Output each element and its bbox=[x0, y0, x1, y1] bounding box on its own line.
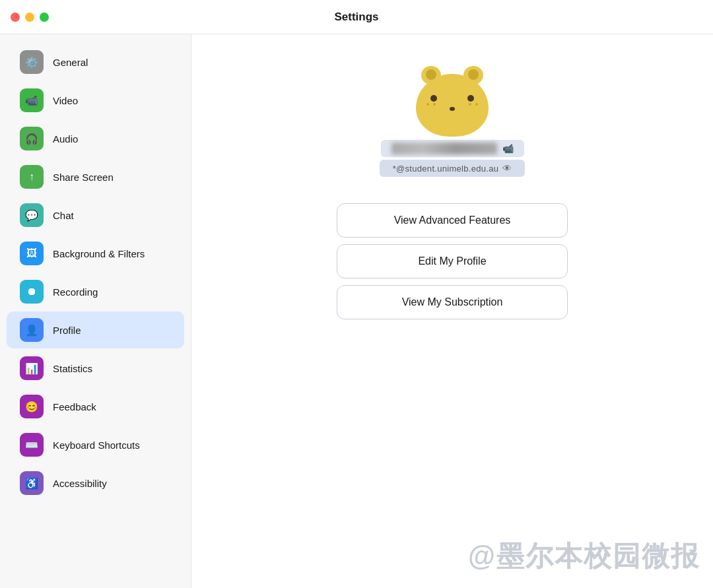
traffic-lights bbox=[11, 13, 49, 22]
bear-nose bbox=[450, 107, 455, 111]
keyboard-shortcuts-icon: ⌨️ bbox=[20, 433, 44, 457]
accessibility-icon: ♿ bbox=[20, 471, 44, 495]
sidebar-item-accessibility[interactable]: ♿Accessibility bbox=[7, 465, 184, 502]
sidebar-item-background-filters[interactable]: 🖼Background & Filters bbox=[7, 235, 184, 272]
sidebar-item-video[interactable]: 📹Video bbox=[7, 82, 184, 119]
sidebar-label-profile: Profile bbox=[53, 325, 81, 336]
bear-ear-right bbox=[463, 66, 483, 84]
sidebar-item-recording[interactable]: ⏺Recording bbox=[7, 273, 184, 310]
bear-body bbox=[416, 74, 489, 137]
audio-icon: 🎧 bbox=[20, 127, 44, 150]
bear-ear-left bbox=[421, 66, 441, 84]
sidebar-item-audio[interactable]: 🎧Audio bbox=[7, 120, 184, 157]
bear-freckle-1 bbox=[426, 103, 429, 106]
chat-icon: 💬 bbox=[20, 203, 44, 227]
window-title: Settings bbox=[334, 11, 378, 24]
close-button[interactable] bbox=[11, 13, 20, 22]
profile-name-area: 📹 bbox=[381, 140, 524, 157]
background-filters-icon: 🖼 bbox=[20, 242, 44, 265]
video-icon: 📹 bbox=[20, 88, 44, 112]
sidebar-item-chat[interactable]: 💬Chat bbox=[7, 197, 184, 234]
camera-icon: 📹 bbox=[502, 143, 514, 154]
statistics-icon: 📊 bbox=[20, 356, 44, 380]
sidebar-label-background-filters: Background & Filters bbox=[53, 248, 145, 259]
profile-name-blur bbox=[391, 143, 497, 154]
sidebar-label-statistics: Statistics bbox=[53, 363, 92, 374]
bear-freckle-2 bbox=[433, 103, 436, 106]
bear-eye-left bbox=[430, 95, 437, 102]
sidebar-item-statistics[interactable]: 📊Statistics bbox=[7, 350, 184, 387]
action-buttons: View Advanced Features Edit My Profile V… bbox=[337, 203, 568, 319]
sidebar-item-share-screen[interactable]: ↑Share Screen bbox=[7, 158, 184, 195]
profile-section: 📹 *@student.unimelb.edu.au 👁 bbox=[380, 74, 526, 177]
title-bar: Settings bbox=[0, 0, 713, 34]
edit-profile-button[interactable]: Edit My Profile bbox=[337, 244, 568, 278]
sidebar-label-chat: Chat bbox=[53, 210, 74, 221]
bear-freckle-4 bbox=[469, 103, 471, 106]
sidebar-label-feedback: Feedback bbox=[53, 401, 96, 412]
sidebar: ⚙️General📹Video🎧Audio↑Share Screen💬Chat🖼… bbox=[0, 34, 191, 588]
layout: ⚙️General📹Video🎧Audio↑Share Screen💬Chat🖼… bbox=[0, 34, 713, 588]
general-icon: ⚙️ bbox=[20, 50, 44, 74]
main-content: 📹 *@student.unimelb.edu.au 👁 View Advanc… bbox=[191, 34, 713, 588]
view-advanced-button[interactable]: View Advanced Features bbox=[337, 203, 568, 238]
profile-email: *@student.unimelb.edu.au bbox=[393, 164, 499, 174]
sidebar-label-general: General bbox=[53, 57, 88, 68]
recording-icon: ⏺ bbox=[20, 280, 44, 304]
eye-icon: 👁 bbox=[502, 163, 512, 174]
profile-info: 📹 *@student.unimelb.edu.au 👁 bbox=[380, 140, 526, 177]
watermark: @墨尔本校园微报 bbox=[468, 538, 700, 575]
sidebar-item-profile[interactable]: 👤Profile bbox=[7, 311, 184, 348]
sidebar-label-accessibility: Accessibility bbox=[53, 478, 107, 489]
bear-ear-inner-left bbox=[426, 69, 436, 80]
profile-avatar bbox=[413, 74, 492, 147]
view-subscription-button[interactable]: View My Subscription bbox=[337, 285, 568, 319]
bear-ear-inner-right bbox=[468, 69, 479, 80]
feedback-icon: 😊 bbox=[20, 395, 44, 418]
profile-email-area: *@student.unimelb.edu.au 👁 bbox=[380, 160, 526, 177]
sidebar-item-general[interactable]: ⚙️General bbox=[7, 44, 184, 81]
minimize-button[interactable] bbox=[25, 13, 34, 22]
sidebar-item-keyboard-shortcuts[interactable]: ⌨️Keyboard Shortcuts bbox=[7, 426, 184, 463]
sidebar-label-audio: Audio bbox=[53, 133, 78, 145]
bear-eye-right bbox=[467, 95, 474, 102]
sidebar-label-share-screen: Share Screen bbox=[53, 172, 114, 183]
share-screen-icon: ↑ bbox=[20, 165, 44, 189]
sidebar-label-recording: Recording bbox=[53, 286, 98, 298]
maximize-button[interactable] bbox=[40, 13, 49, 22]
sidebar-item-feedback[interactable]: 😊Feedback bbox=[7, 388, 184, 425]
sidebar-label-keyboard-shortcuts: Keyboard Shortcuts bbox=[53, 440, 140, 451]
profile-icon: 👤 bbox=[20, 318, 44, 342]
bear-freckle-3 bbox=[475, 103, 478, 106]
sidebar-label-video: Video bbox=[53, 95, 78, 106]
